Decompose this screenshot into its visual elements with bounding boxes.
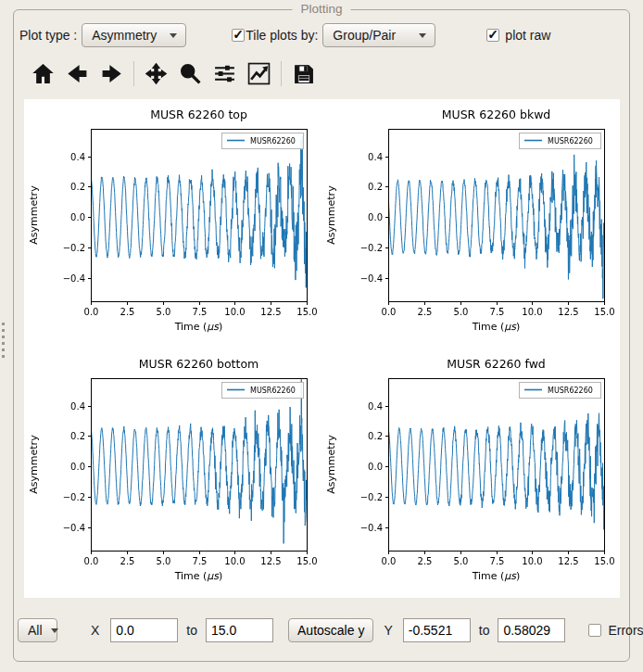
autoscale-y-button[interactable]: Autoscale y [288,618,373,642]
errors-checkbox[interactable] [588,624,601,637]
x-max-input[interactable] [206,618,273,642]
forward-button[interactable] [98,60,125,87]
home-icon [32,74,55,88]
bottom-controls-row: All X to Autoscale y Y to Errors [18,617,625,643]
save-button[interactable] [290,60,317,87]
chevron-down-icon [51,628,58,633]
customize-plot-icon [247,74,271,88]
plot-type-dropdown[interactable]: Asymmetry [82,23,186,47]
errors-label: Errors [608,623,643,638]
subplot-config-icon [213,74,236,88]
top-controls-row: Plot type : Asymmetry Tile plots by: Gro… [19,22,625,48]
tile-by-value: Group/Pair [333,28,396,43]
customize-plot-button[interactable] [246,60,272,87]
to-label: to [479,623,490,638]
zoom-icon [179,74,202,88]
plot-raw-label: plot raw [505,28,550,43]
pan-button[interactable] [143,60,170,87]
back-button[interactable] [64,60,91,87]
plot-canvas-musr-62260-bkwd[interactable] [322,99,620,349]
toolbar-separator [133,61,134,86]
save-icon [292,74,315,88]
subplot-fwd [322,349,620,598]
tile-plots-label: Tile plots by: [246,28,318,43]
chevron-down-icon [170,33,177,38]
to-label: to [186,623,197,638]
plot-canvas-musr-62260-bottom[interactable] [24,349,322,598]
scope-value: All [28,623,43,638]
subplot-config-button[interactable] [211,60,238,87]
plot-raw-checkbox[interactable] [486,29,499,42]
plot-canvas-musr-62260-fwd[interactable] [322,349,620,598]
splitter-handle[interactable] [1,319,6,358]
plotting-groupbox: Plotting Plot type : Asymmetry Tile plot… [13,9,630,662]
plot-type-label: Plot type : [19,28,77,43]
toolbar-separator [281,61,282,86]
home-button[interactable] [30,60,57,87]
pan-icon [145,74,168,88]
scope-dropdown[interactable]: All [18,618,57,642]
subplot-bottom [24,349,322,598]
tile-by-dropdown[interactable]: Group/Pair [322,23,435,47]
figure-area [24,99,620,598]
y-min-input[interactable] [403,618,471,642]
subplot-top [24,99,322,349]
plot-type-value: Asymmetry [92,28,157,43]
back-arrow-icon [66,74,89,88]
subplot-bkwd [322,99,620,349]
plot-canvas-musr-62260-top[interactable] [24,99,322,349]
tile-plots-checkbox[interactable] [232,29,245,42]
plot-toolbar [26,57,321,89]
x-range-label: X [91,623,99,638]
x-min-input[interactable] [110,618,178,642]
y-max-input[interactable] [498,618,565,642]
groupbox-title: Plotting [292,2,350,16]
forward-arrow-icon [100,74,123,88]
zoom-button[interactable] [177,60,204,87]
y-range-label: Y [384,623,392,638]
chevron-down-icon [419,33,426,38]
